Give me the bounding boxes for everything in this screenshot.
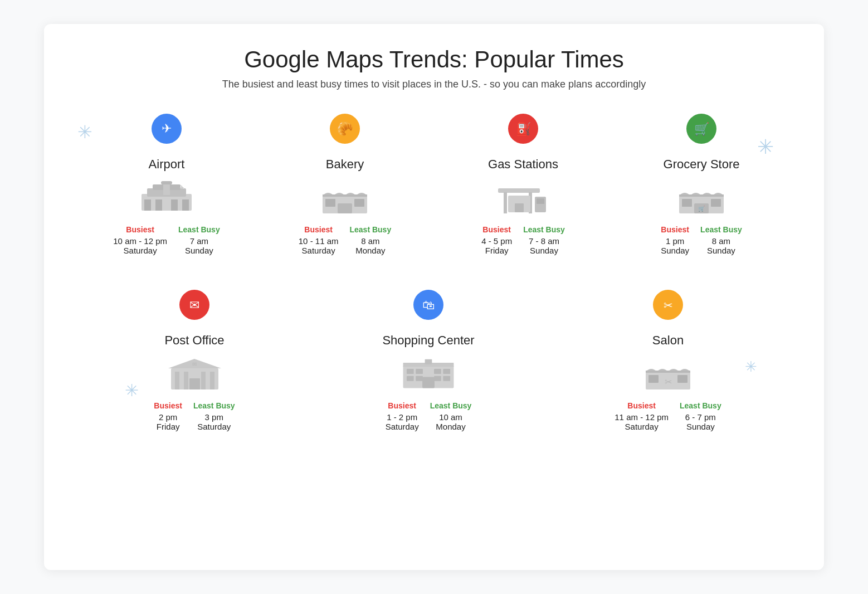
svg-rect-42 [184,372,188,389]
shopping-least-label: Least Busy [430,401,472,410]
svg-rect-52 [434,368,441,373]
svg-text:🛒: 🛒 [694,121,710,137]
airport-times: Busiest 10 am - 12 pm Saturday Least Bus… [113,225,220,255]
svg-text:🛍: 🛍 [422,298,435,312]
place-gas: ⛽ Gas Stations [445,113,601,255]
bakery-building [317,178,373,217]
postoffice-building: ✉ [167,354,222,393]
svg-text:✈: ✈ [162,121,172,135]
place-airport: ✈ Airport [89,113,245,255]
svg-rect-54 [407,376,414,381]
shopping-busiest: Busiest 1 - 2 pm Saturday [386,401,419,431]
places-grid: ✈ Airport [77,113,791,431]
svg-rect-44 [210,372,214,389]
bakery-least-day: Monday [350,246,392,255]
grocery-least: Least Busy 8 am Sunday [700,225,742,255]
bakery-least: Least Busy 8 am Monday [350,225,392,255]
grocery-least-label: Least Busy [700,225,742,234]
salon-least: Least Busy 6 - 7 pm Sunday [680,401,721,431]
place-shopping: 🛍 Shopping Center [339,289,518,431]
svg-rect-45 [189,378,200,389]
grocery-busiest-time: 1 pm [661,236,689,246]
svg-rect-66 [677,375,687,383]
svg-text:🛒: 🛒 [698,205,705,212]
gas-busiest-label: Busiest [481,225,512,234]
svg-rect-58 [422,377,435,388]
grocery-pin: 🛒 [685,113,718,153]
svg-rect-56 [434,376,441,381]
airport-busiest-day: Saturday [113,246,167,255]
airport-least-day: Sunday [178,246,220,255]
grocery-building: 🛒 [674,178,729,217]
header: Google Maps Trends: Popular Times The bu… [77,46,791,90]
airport-least: Least Busy 7 am Sunday [178,225,220,255]
gas-least-day: Sunday [523,246,565,255]
salon-name: Salon [652,333,684,348]
bakery-least-label: Least Busy [350,225,392,234]
gas-least-label: Least Busy [523,225,565,234]
svg-text:🥐: 🥐 [337,120,353,137]
place-grocery: 🛒 Grocery Store 🛒 [623,113,779,255]
postoffice-times: Busiest 2 pm Friday Least Busy 3 pm Satu… [154,401,235,431]
svg-rect-50 [407,368,414,373]
bakery-busiest-time: 10 - 11 am [299,236,339,246]
svg-rect-55 [416,376,423,381]
svg-rect-21 [498,188,540,193]
svg-rect-65 [648,375,659,383]
bakery-busiest-label: Busiest [299,225,339,234]
shopping-busiest-day: Saturday [386,422,419,431]
svg-rect-27 [515,203,524,212]
salon-least-day: Sunday [680,422,721,431]
svg-rect-31 [679,194,724,197]
svg-rect-26 [537,198,544,204]
shopping-busiest-time: 1 - 2 pm [386,412,419,422]
page-subtitle: The busiest and least busy times to visi… [77,79,791,90]
salon-busiest-time: 11 am - 12 pm [615,412,669,422]
salon-least-label: Least Busy [680,401,721,410]
postoffice-least: Least Busy 3 pm Saturday [193,401,235,431]
svg-rect-16 [338,203,352,213]
places-row-2: ✉ Post Office ✉ [77,289,791,431]
svg-rect-10 [161,181,172,184]
place-salon: ✂ Salon ✂ [584,289,752,431]
airport-least-label: Least Busy [178,225,220,234]
svg-text:✈: ✈ [179,184,184,192]
svg-rect-41 [175,372,179,389]
bakery-busiest: Busiest 10 - 11 am Saturday [299,225,339,255]
postoffice-least-label: Least Busy [193,401,235,410]
bakery-pin: 🥐 [328,113,362,153]
svg-rect-8 [182,199,189,211]
salon-least-time: 6 - 7 pm [680,412,721,422]
shopping-pin: 🛍 [412,289,445,329]
gas-times: Busiest 4 - 5 pm Friday Least Busy 7 - 8… [481,225,565,255]
places-row-1: ✈ Airport [77,113,791,255]
svg-text:✂: ✂ [664,299,673,311]
bakery-least-time: 8 am [350,236,392,246]
postoffice-busiest: Busiest 2 pm Friday [154,401,182,431]
svg-rect-17 [325,199,335,207]
grocery-times: Busiest 1 pm Sunday Least Busy 8 am Sund… [661,225,742,255]
airport-name: Airport [149,157,185,172]
grocery-least-time: 8 am [700,236,742,246]
gas-name: Gas Stations [488,157,558,172]
grocery-busiest-label: Busiest [661,225,689,234]
gas-building [495,178,551,217]
postoffice-busiest-day: Friday [154,422,182,431]
grocery-name: Grocery Store [664,157,740,172]
shopping-times: Busiest 1 - 2 pm Saturday Least Busy 10 … [386,401,472,431]
bakery-times: Busiest 10 - 11 am Saturday Least Busy 8… [299,225,391,255]
postoffice-least-day: Saturday [193,422,235,431]
postoffice-pin: ✉ [178,289,211,329]
postoffice-least-time: 3 pm [193,412,235,422]
svg-rect-53 [443,368,450,373]
salon-busiest-label: Busiest [615,401,669,410]
postoffice-busiest-time: 2 pm [154,412,182,422]
svg-rect-51 [416,368,423,373]
gas-least-time: 7 - 8 am [523,236,565,246]
shopping-name: Shopping Center [382,333,474,348]
svg-rect-6 [155,199,162,211]
bakery-busiest-day: Saturday [299,246,339,255]
airport-least-time: 7 am [178,236,220,246]
place-bakery: 🥐 Bakery [267,113,423,255]
place-postoffice: ✉ Post Office ✉ [116,289,272,431]
